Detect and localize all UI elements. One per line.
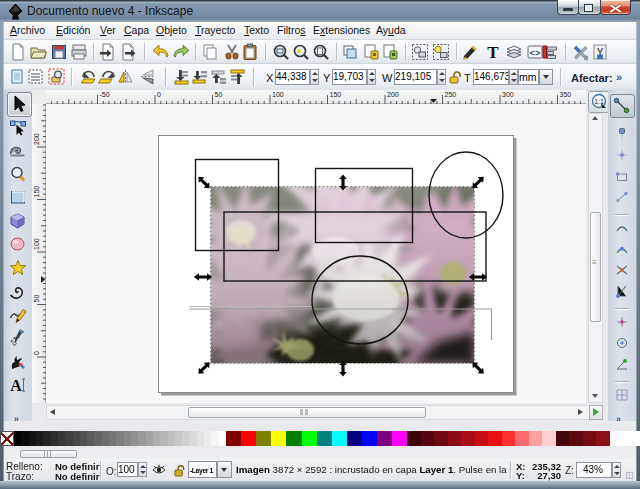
svg-text:50: 50 [215, 91, 223, 98]
svg-text:250: 250 [445, 91, 457, 98]
svg-text:T: T [487, 43, 499, 61]
svg-text:<>: <> [529, 48, 540, 58]
svg-text:0: 0 [33, 351, 40, 355]
svg-text:150: 150 [330, 91, 342, 98]
svg-text:200: 200 [387, 91, 399, 98]
svg-text:-50: -50 [100, 91, 110, 98]
svg-text:100: 100 [272, 91, 284, 98]
svg-text:100: 100 [33, 238, 40, 250]
svg-text:300: 300 [502, 91, 514, 98]
svg-text:150: 150 [33, 186, 40, 198]
svg-text:0: 0 [157, 91, 161, 98]
svg-text:350: 350 [560, 91, 572, 98]
svg-text:A: A [10, 377, 22, 394]
svg-text:200: 200 [33, 133, 40, 145]
svg-text:1:1: 1:1 [594, 98, 604, 105]
svg-text:50: 50 [33, 295, 40, 303]
